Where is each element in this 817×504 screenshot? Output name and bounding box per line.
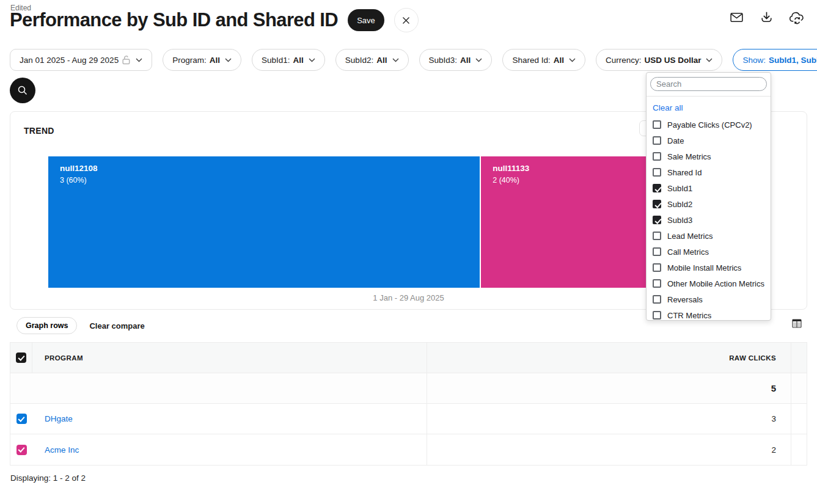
chevron-down-icon <box>569 58 576 62</box>
date-range-value: Jan 01 2025 - Aug 29 2025 <box>20 56 119 65</box>
page-title: Performance by Sub ID and Shared ID <box>10 9 338 31</box>
chevron-down-icon <box>136 58 142 62</box>
filter-label: Show: <box>742 56 766 65</box>
dropdown-option-label: Date <box>667 136 684 145</box>
filter-value: All <box>460 56 471 65</box>
dropdown-option-label: Mobile Install Metrics <box>667 263 741 272</box>
pagination-status: Displaying: 1 - 2 of 2 <box>10 473 86 483</box>
trend-title: TREND <box>24 126 54 136</box>
chevron-down-icon <box>225 58 232 62</box>
show-columns-filter[interactable]: Show: SubId1, SubId2, SubId3 <box>733 49 817 71</box>
dropdown-option[interactable]: CTR Metrics <box>647 307 771 323</box>
search-icon <box>17 85 28 96</box>
checkbox[interactable] <box>653 152 661 161</box>
dropdown-option[interactable]: Sale Metrics <box>647 148 771 164</box>
header-actions <box>728 9 804 25</box>
dropdown-option[interactable]: Payable Clicks (CPCv2) <box>647 117 771 133</box>
program-link[interactable]: Acme Inc <box>45 445 79 455</box>
checkbox[interactable] <box>653 311 661 320</box>
checkbox[interactable] <box>653 232 661 240</box>
column-settings-button[interactable] <box>792 319 802 328</box>
dropdown-option-label: Other Mobile Action Metrics <box>667 279 764 288</box>
filter-label: SubId1: <box>262 56 290 65</box>
dropdown-option[interactable]: Lead Metrics <box>647 228 771 244</box>
dropdown-search-input[interactable] <box>650 77 767 91</box>
dropdown-option[interactable]: Shared Id <box>647 164 771 180</box>
checkbox[interactable] <box>653 200 661 208</box>
total-raw-clicks: 5 <box>771 383 776 393</box>
mail-icon <box>729 10 744 25</box>
shared-id-filter[interactable]: Shared Id: All <box>502 49 585 71</box>
clear-all-link[interactable]: Clear all <box>647 101 689 117</box>
select-all-checkbox[interactable] <box>16 352 26 363</box>
filter-value: All <box>210 56 220 65</box>
filter-label: Shared Id: <box>512 56 550 65</box>
filter-value: All <box>376 56 387 65</box>
chevron-down-icon <box>475 58 482 62</box>
report-page: Edited Performance by Sub ID and Shared … <box>0 0 817 504</box>
download-button[interactable] <box>758 9 774 25</box>
segment-label: null12108 <box>60 164 98 173</box>
column-header-raw-clicks[interactable]: RAW CLICKS <box>427 343 791 373</box>
filter-value: All <box>293 56 303 65</box>
filter-value: All <box>554 56 564 65</box>
lock-open-icon <box>122 55 131 65</box>
checkbox[interactable] <box>653 263 661 272</box>
checkbox[interactable] <box>653 168 661 177</box>
dropdown-option-label: SubId2 <box>667 200 692 209</box>
filter-label: Currency: <box>606 56 642 65</box>
program-filter[interactable]: Program: All <box>163 49 241 71</box>
segment-label: null11133 <box>493 164 529 173</box>
columns-icon <box>792 319 802 328</box>
row-checkbox[interactable] <box>16 445 27 455</box>
dropdown-option-label: Lead Metrics <box>667 232 713 241</box>
subid1-filter[interactable]: SubId1: All <box>252 49 325 71</box>
checkbox[interactable] <box>653 136 661 145</box>
dropdown-option[interactable]: Reversals <box>647 291 771 307</box>
dropdown-option[interactable]: Other Mobile Action Metrics <box>647 276 771 291</box>
table-row: DHgate 3 <box>10 404 807 434</box>
dropdown-option-label: Payable Clicks (CPCv2) <box>667 120 752 130</box>
email-button[interactable] <box>728 9 744 25</box>
graph-rows-button[interactable]: Graph rows <box>16 317 77 334</box>
dropdown-option[interactable]: Mobile Install Metrics <box>647 260 771 276</box>
show-columns-dropdown: Clear all Payable Clicks (CPCv2) Date Sa… <box>646 72 771 321</box>
dropdown-option[interactable]: Date <box>647 133 771 148</box>
column-header-program[interactable]: PROGRAM <box>32 343 427 373</box>
filter-value: SubId1, SubId2, SubId3 <box>769 56 817 65</box>
program-link[interactable]: DHgate <box>45 414 73 423</box>
row-checkbox[interactable] <box>16 414 27 424</box>
save-button[interactable]: Save <box>348 9 384 31</box>
checkbox[interactable] <box>653 120 661 129</box>
chevron-down-icon <box>392 58 399 62</box>
close-icon <box>402 16 410 24</box>
cloud-sync-button[interactable] <box>788 9 804 25</box>
dropdown-option[interactable]: SubId2 <box>647 196 771 212</box>
filter-label: Program: <box>172 56 207 65</box>
clear-compare-button[interactable]: Clear compare <box>89 321 144 331</box>
raw-clicks-value: 3 <box>771 414 776 423</box>
segment-value: 2 (40%) <box>493 176 519 184</box>
date-range-filter[interactable]: Jan 01 2025 - Aug 29 2025 <box>10 49 152 71</box>
filter-label: SubId3: <box>429 56 458 65</box>
close-button[interactable] <box>394 8 419 32</box>
checkbox[interactable] <box>653 247 661 256</box>
filter-bar: Jan 01 2025 - Aug 29 2025 Program: All S… <box>10 49 817 71</box>
checkbox[interactable] <box>653 216 661 224</box>
checkbox[interactable] <box>653 295 661 304</box>
subid2-filter[interactable]: SubId2: All <box>335 49 409 71</box>
dropdown-option[interactable]: Call Metrics <box>647 244 771 260</box>
search-button[interactable] <box>10 78 35 103</box>
subid3-filter[interactable]: SubId3: All <box>419 49 493 71</box>
currency-filter[interactable]: Currency: USD US Dollar <box>596 49 723 71</box>
dropdown-option-label: SubId3 <box>667 216 692 225</box>
raw-clicks-value: 2 <box>771 445 776 455</box>
checkbox[interactable] <box>653 184 661 192</box>
dropdown-option-label: CTR Metrics <box>667 311 711 320</box>
results-table: PROGRAM RAW CLICKS 5 DHgate 3 Acme Inc 2 <box>10 342 807 466</box>
dropdown-option[interactable]: SubId3 <box>647 212 771 228</box>
trend-bar-segment[interactable]: null12108 3 (60%) <box>48 156 480 288</box>
checkbox[interactable] <box>653 279 661 288</box>
table-toolbar: Graph rows Clear compare <box>16 317 145 334</box>
dropdown-option[interactable]: SubId1 <box>647 180 771 196</box>
